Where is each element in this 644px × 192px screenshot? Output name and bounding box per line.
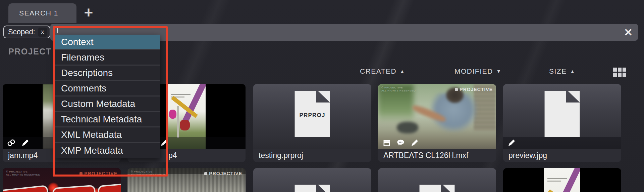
media-search-window: SEARCH 1 + Scoped: x ✕ PROJECT CREATED ▲… bbox=[0, 0, 644, 192]
sort-size-label: SIZE bbox=[549, 67, 567, 75]
video-thumbnail: © PROJECTIVE ALL RIGHTS RESERVED PROJECT… bbox=[3, 168, 121, 192]
watermark-logo: PROJECTIVE bbox=[204, 171, 242, 176]
thumbnail-overlay-strip bbox=[503, 137, 621, 149]
edit-pencil-icon[interactable] bbox=[160, 138, 169, 147]
asset-card-artbeats-mxf[interactable]: © PROJECTIVE ALL RIGHTS RESERVED PROJECT… bbox=[378, 84, 496, 162]
text-caret bbox=[57, 27, 58, 33]
watermark-small: © PROJECTIVE ALL RIGHTS RESERVED bbox=[6, 170, 40, 176]
scoped-chip-label: Scoped: bbox=[8, 28, 35, 36]
tab-search-1[interactable]: SEARCH 1 bbox=[8, 3, 76, 23]
tab-search-1-label: SEARCH 1 bbox=[19, 9, 58, 17]
asset-card-row2-4[interactable] bbox=[378, 168, 496, 192]
scoped-chip-remove-button[interactable]: x bbox=[38, 28, 47, 37]
link-icon[interactable] bbox=[7, 138, 16, 147]
scoped-filter-chip[interactable]: Scoped: x bbox=[3, 26, 50, 38]
sort-modified-label: MODIFIED bbox=[454, 67, 493, 75]
asset-filename: testing.prproj bbox=[253, 149, 371, 162]
search-scope-dropdown: Context Filenames Descriptions Comments … bbox=[55, 35, 160, 158]
dropdown-item-custom-metadata[interactable]: Custom Metadata bbox=[55, 97, 160, 112]
dropdown-item-technical-metadata[interactable]: Technical Metadata bbox=[55, 112, 160, 127]
asset-card-testing-prproj[interactable]: PRPROJ testing.prproj bbox=[253, 84, 371, 162]
new-tab-button[interactable]: + bbox=[80, 3, 97, 22]
comments-icon[interactable] bbox=[396, 138, 405, 147]
document-icon bbox=[418, 183, 456, 192]
dropdown-item-comments[interactable]: Comments bbox=[55, 81, 160, 97]
archive-box-icon[interactable] bbox=[382, 138, 391, 147]
sort-created[interactable]: CREATED ▲ bbox=[360, 67, 405, 75]
clear-search-button[interactable]: ✕ bbox=[621, 25, 636, 39]
asset-filename: preview.jpg bbox=[503, 149, 621, 162]
page-title: PROJECT bbox=[8, 47, 52, 56]
asset-card-row2-3[interactable] bbox=[253, 168, 371, 192]
document-type-label: PRPROJ bbox=[299, 112, 325, 118]
document-icon bbox=[293, 183, 331, 192]
close-icon: ✕ bbox=[624, 26, 633, 39]
document-thumbnail bbox=[378, 168, 496, 192]
edit-pencil-icon[interactable] bbox=[21, 138, 30, 147]
dropdown-item-context[interactable]: Context bbox=[55, 35, 160, 50]
sort-asc-icon: ▲ bbox=[400, 69, 405, 74]
document-icon: PRPROJ bbox=[293, 89, 331, 139]
asset-filename: ARTBEATS CL126H.mxf bbox=[378, 149, 496, 162]
asset-card-row2-2[interactable]: © PROJECTIVE ALL RIGHTS RESERVED PROJECT… bbox=[127, 168, 246, 192]
sort-modified[interactable]: MODIFIED ▼ bbox=[454, 67, 501, 75]
asset-card-row2-5[interactable] bbox=[503, 168, 621, 192]
sort-size[interactable]: SIZE ▲ bbox=[549, 67, 575, 75]
watermark-small: © PROJECTIVE ALL RIGHTS RESERVED bbox=[131, 170, 165, 176]
sort-desc-icon: ▼ bbox=[496, 69, 501, 74]
watermark-logo: PROJECTIVE bbox=[455, 87, 493, 92]
watermark-logo: PROJECTIVE bbox=[79, 171, 117, 176]
document-thumbnail bbox=[253, 168, 371, 192]
thumbnail-art bbox=[544, 168, 580, 192]
asset-card-preview-jpg[interactable]: preview.jpg bbox=[503, 84, 621, 162]
plus-icon: + bbox=[84, 3, 93, 22]
edit-pencil-icon[interactable] bbox=[507, 138, 516, 147]
dropdown-item-filenames[interactable]: Filenames bbox=[55, 50, 160, 66]
document-thumbnail: PRPROJ bbox=[253, 84, 371, 149]
edit-pencil-icon[interactable] bbox=[410, 138, 419, 147]
document-icon bbox=[543, 89, 581, 139]
sort-created-label: CREATED bbox=[360, 67, 396, 75]
dropdown-item-descriptions[interactable]: Descriptions bbox=[55, 66, 160, 81]
dropdown-item-xmp-metadata[interactable]: XMP Metadata bbox=[55, 143, 160, 158]
asset-card-row2-1[interactable]: © PROJECTIVE ALL RIGHTS RESERVED PROJECT… bbox=[3, 168, 121, 192]
video-thumbnail: © PROJECTIVE ALL RIGHTS RESERVED PROJECT… bbox=[127, 168, 246, 192]
dropdown-item-xml-metadata[interactable]: XML Metadata bbox=[55, 127, 160, 143]
watermark-small: © PROJECTIVE ALL RIGHTS RESERVED bbox=[381, 86, 416, 92]
video-thumbnail: © PROJECTIVE ALL RIGHTS RESERVED PROJECT… bbox=[378, 84, 496, 149]
sort-asc-icon: ▲ bbox=[570, 69, 575, 74]
video-thumbnail bbox=[503, 168, 621, 192]
grid-view-icon[interactable] bbox=[613, 68, 626, 77]
document-thumbnail bbox=[503, 84, 621, 149]
